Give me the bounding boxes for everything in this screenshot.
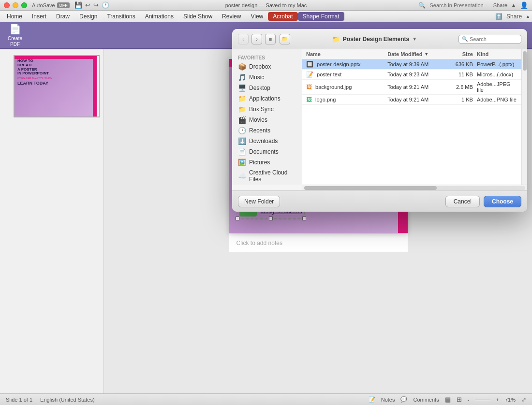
slide-panel: 1 HOW TOCREATEA POSTERIN POWERPOINT IT'S… (0, 49, 104, 393)
status-bar: Slide 1 of 1 English (United States) 📝 N… (0, 393, 532, 405)
autosave-state[interactable]: OFF (57, 2, 70, 8)
create-pdf-tool[interactable]: 📄 CreatePDF (4, 21, 26, 49)
downloads-label: Downloads (249, 138, 278, 145)
menu-home[interactable]: Home (2, 12, 27, 21)
history-icon[interactable]: 🕐 (102, 1, 109, 9)
pdf-icon: 📄 (9, 23, 21, 35)
search-icon: 🔍 (418, 2, 426, 9)
sidebar-item-desktop[interactable]: 🖥️ Desktop (232, 83, 302, 93)
docx-icon-1: 📝 (306, 71, 313, 78)
sidebar-button[interactable]: 📁 (280, 34, 290, 44)
back-button[interactable]: ‹ (238, 34, 249, 44)
list-view-button[interactable]: ≡ (265, 34, 276, 44)
h-scroll-track (304, 186, 525, 190)
share-button[interactable]: Share (493, 2, 507, 8)
menu-acrobat[interactable]: Acrobat (268, 12, 297, 21)
dialog-action-buttons: Cancel Choose (445, 196, 521, 207)
documents-icon: 📄 (238, 148, 246, 156)
share-icon[interactable]: ⬆️ (495, 13, 502, 20)
forward-button[interactable]: › (251, 34, 262, 44)
sidebar-item-recents[interactable]: 🕐 Recents (232, 125, 302, 136)
sel-handle-bl (236, 217, 239, 220)
col-name-header[interactable]: Name (306, 51, 387, 57)
scrollbar-thumb[interactable] (523, 51, 527, 71)
slide-preview: HOW TOCREATEA POSTERIN POWERPOINT IT'S E… (15, 56, 97, 116)
minimize-button[interactable] (13, 2, 18, 8)
menu-animations[interactable]: Animations (140, 12, 178, 21)
recents-icon: 🕐 (238, 127, 246, 134)
col-date-header[interactable]: Date Modified ▼ (387, 51, 448, 57)
zoom-level[interactable]: 71% (505, 397, 516, 403)
h-scrollbar[interactable] (302, 185, 527, 190)
search-input[interactable] (470, 36, 518, 42)
notes-bar[interactable]: Click to add notes (229, 233, 408, 252)
zoom-in-icon[interactable]: + (496, 397, 499, 403)
sidebar-item-boxsync[interactable]: 📁 Box Sync (232, 104, 302, 115)
view-grid-icon[interactable]: ⊞ (457, 396, 462, 403)
music-label: Music (249, 74, 264, 81)
menu-slideshow[interactable]: Slide Show (178, 12, 217, 21)
menu-share-label[interactable]: Share (506, 13, 522, 20)
sidebar-item-pictures[interactable]: 🖼️ Pictures (232, 157, 302, 168)
notes-label[interactable]: Notes (381, 397, 395, 403)
notes-icon: 📝 (369, 396, 375, 403)
menu-draw[interactable]: Draw (51, 12, 74, 21)
view-normal-icon[interactable]: ▤ (445, 396, 451, 403)
preview-learn: LEARN TODAY (17, 81, 48, 86)
boxsync-icon: 📁 (238, 105, 246, 113)
file-date-0: Today at 9:39 AM (387, 61, 448, 67)
notes-placeholder[interactable]: Click to add notes (236, 240, 282, 246)
comments-label[interactable]: Comments (413, 397, 439, 403)
sidebar-item-dropbox[interactable]: 📦 Dropbox (232, 61, 302, 72)
sidebar-item-movies[interactable]: 🎬 Movies (232, 115, 302, 125)
autosave-label: AutoSave (32, 2, 55, 8)
h-scroll-thumb[interactable] (304, 186, 437, 190)
sidebar-item-music[interactable]: 🎵 Music (232, 72, 302, 83)
desktop-icon: 🖥️ (238, 84, 246, 92)
menu-shapeformat[interactable]: Shape Format (298, 12, 344, 21)
file-list-header: Name Date Modified ▼ Size Kind (302, 49, 521, 59)
pictures-icon: 🖼️ (238, 159, 246, 166)
undo-icon[interactable]: ↩ (85, 1, 90, 9)
fit-icon[interactable]: ⤢ (521, 396, 526, 403)
file-date-3: Today at 9:21 AM (387, 97, 448, 102)
share-chevron[interactable]: ▲ (511, 2, 516, 8)
zoom-out-icon[interactable]: - (468, 397, 470, 403)
scrollbar-track (522, 49, 527, 185)
sidebar-item-downloads[interactable]: ⬇️ Downloads (232, 136, 302, 146)
file-row-3[interactable]: 🖼 logo.png Today at 9:21 AM 1 KB Adobe..… (302, 95, 521, 105)
preview-pink: IT'S EASIER THAN YOU THINK (17, 77, 52, 80)
sidebar-item-documents[interactable]: 📄 Documents (232, 146, 302, 157)
slide-thumbnail[interactable]: HOW TOCREATEA POSTERIN POWERPOINT IT'S E… (14, 55, 100, 117)
menu-view[interactable]: View (246, 12, 268, 21)
file-name-2: 🖼 background.jpg (306, 84, 387, 90)
save-icon[interactable]: 💾 (74, 1, 82, 9)
new-folder-button[interactable]: New Folder (238, 196, 280, 207)
file-row-1[interactable]: 📝 poster text Today at 9:23 AM 11 KB Mic… (302, 70, 521, 80)
file-name-0: 🔲 poster-design.pptx (306, 61, 387, 68)
search-label[interactable]: Search in Presentation (429, 2, 483, 8)
music-icon: 🎵 (238, 73, 246, 81)
file-row-0[interactable]: 🔲 poster-design.pptx Today at 9:39 AM 63… (302, 59, 521, 70)
menu-transitions[interactable]: Transitions (102, 12, 140, 21)
window-title: poster-design — Saved to my Mac (225, 2, 307, 8)
redo-icon[interactable]: ↪ (93, 1, 99, 9)
close-button[interactable] (4, 2, 10, 8)
cancel-button[interactable]: Cancel (445, 196, 480, 207)
file-row-2[interactable]: 🖼 background.jpg Today at 9:21 AM 2.6 MB… (302, 80, 521, 95)
zoom-slider[interactable]: ──── (475, 397, 490, 403)
col-size-header[interactable]: Size (448, 51, 476, 57)
user-icon[interactable]: 👤 (520, 1, 528, 9)
applications-label: Applications (249, 95, 281, 102)
menu-insert[interactable]: Insert (27, 12, 51, 21)
choose-button[interactable]: Choose (484, 196, 521, 207)
menu-design[interactable]: Design (74, 12, 102, 21)
sidebar-item-creativecloud[interactable]: ☁️ Creative Cloud Files (232, 168, 302, 184)
search-box[interactable]: 🔍 (458, 35, 521, 43)
col-kind-header[interactable]: Kind (477, 51, 517, 57)
search-icon: 🔍 (462, 36, 468, 42)
sidebar-item-applications[interactable]: 📁 Applications (232, 93, 302, 104)
menu-review[interactable]: Review (217, 12, 246, 21)
maximize-button[interactable] (21, 2, 27, 8)
dialog-scrollbar[interactable] (521, 49, 527, 185)
